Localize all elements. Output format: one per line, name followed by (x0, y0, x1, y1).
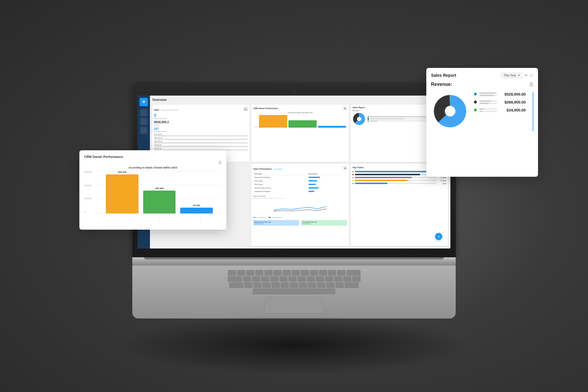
laptop-shadow (118, 316, 470, 374)
key[interactable] (299, 282, 307, 288)
sr-pie-chart (431, 92, 469, 131)
summary-card-2: Total Sales This Year Monthly Average (301, 220, 347, 226)
sidebar-icon-3[interactable] (140, 127, 147, 134)
key[interactable] (337, 270, 345, 275)
deal-stage-5: Appointment Scheduled (254, 190, 307, 193)
key[interactable] (273, 270, 282, 275)
key[interactable] (307, 276, 315, 281)
key[interactable] (335, 282, 344, 288)
sr-menu-icon[interactable]: ☰ (529, 82, 533, 87)
sales-report-float-panel: Sales Report This Year ▼ ✏ ✓ Revenue: ☰ (426, 68, 538, 177)
top5-count-4: 40 Sales (437, 180, 446, 181)
key[interactable] (283, 270, 291, 275)
sr-check-icon[interactable]: ✓ (530, 73, 533, 78)
key[interactable] (325, 276, 333, 281)
key[interactable] (244, 282, 253, 288)
bar-val-4: $34,000.00 (154, 144, 161, 146)
key[interactable] (352, 276, 360, 281)
bar-528-label: 528 000 (118, 171, 126, 174)
deal-stage-3: First Contact (254, 183, 307, 186)
legend-closed-count: Closed Deal Count (256, 217, 266, 218)
sales-perf-subtitle: All Customers (274, 168, 283, 170)
key-caps[interactable] (229, 282, 243, 288)
top5-title: Top 5 Sales (353, 166, 364, 169)
trackpad[interactable] (265, 297, 323, 313)
crm-float-menu-icon[interactable]: ☰ (218, 161, 222, 165)
key[interactable] (261, 276, 269, 281)
key-enter[interactable] (345, 282, 359, 288)
key-tab[interactable] (228, 276, 242, 281)
key[interactable] (292, 270, 300, 275)
key[interactable] (243, 276, 251, 281)
crm-chart-title: According to Deals Closed within 2023 (253, 112, 347, 114)
key[interactable] (228, 270, 236, 275)
key[interactable] (328, 270, 336, 275)
summary-sub-1: Monthly Average (254, 223, 298, 224)
summary-card-1: Sales Amount This Year Monthly Average (253, 220, 299, 226)
crm-float-chart: 600000 400000 200000 0 528 000 (84, 171, 222, 219)
legend-closed-amount: Closed Deal Amount (271, 217, 282, 218)
bar-528-rect (106, 174, 138, 213)
deal-row-4: Value Proposal to be sent (254, 186, 346, 189)
top5-item-3: 42 Sales (353, 177, 446, 179)
stats-title: Stats (154, 109, 159, 111)
sr-edit-icon[interactable]: ✏ (524, 73, 528, 78)
crm-expand-btn[interactable]: ⊞ (343, 106, 347, 111)
sales-perf-expand[interactable]: ⊞ (343, 166, 347, 170)
sr-dot-2 (474, 101, 477, 104)
key[interactable] (253, 282, 262, 288)
sr-val-3: $34,000.00 (499, 108, 526, 112)
key[interactable] (326, 282, 335, 288)
crm-bar-1 (259, 115, 287, 128)
deals-closed-label: Deals Closed Won (154, 118, 248, 119)
deal-row-2: First Contact (254, 179, 346, 182)
deal-stage-2: First Contact (254, 179, 307, 182)
sidebar-logo: M (140, 98, 148, 106)
key[interactable] (237, 270, 245, 275)
summary-cards: Sales Amount This Year Monthly Average T… (253, 220, 347, 226)
stats-filter-label: This month (244, 108, 248, 111)
key[interactable] (319, 270, 327, 275)
sales-perf-widget: Sales Performance All Customers ⊞ (251, 164, 349, 246)
crm-float-x-labels: • • • (84, 220, 222, 222)
crm-bar-3 (318, 126, 346, 127)
key[interactable] (288, 276, 297, 281)
key[interactable] (255, 270, 263, 275)
key-backspace[interactable] (346, 270, 360, 275)
key[interactable] (308, 282, 316, 288)
key[interactable] (317, 282, 325, 288)
sr-val-2: $268,000.00 (499, 100, 526, 104)
sidebar-icon-2[interactable] (140, 118, 147, 125)
key[interactable] (252, 276, 260, 281)
key[interactable] (279, 276, 288, 281)
key[interactable] (263, 282, 271, 288)
key[interactable] (290, 282, 298, 288)
key[interactable] (281, 282, 289, 288)
y-label-6: 600000 (84, 171, 96, 174)
sr-panel-title: Sales Report (431, 73, 456, 78)
sr-content: $528,000.00 $268,000.00 (431, 92, 533, 131)
key[interactable] (272, 282, 280, 288)
stats-filter-btn[interactable]: This month (244, 107, 248, 111)
key[interactable] (343, 276, 351, 281)
key[interactable] (270, 276, 278, 281)
key[interactable] (301, 270, 309, 275)
sidebar-icon-1[interactable] (140, 109, 147, 116)
deal-amount-header: Deal Amount (308, 173, 346, 175)
fab-add-button[interactable]: + (435, 233, 442, 240)
key[interactable] (246, 270, 254, 275)
key[interactable] (334, 276, 342, 281)
laptop-camera (293, 91, 295, 93)
key[interactable] (264, 270, 273, 275)
crm-y-labels: 600000 (254, 126, 258, 128)
key[interactable] (298, 276, 306, 281)
key[interactable] (316, 276, 324, 281)
laptop-base (132, 257, 456, 266)
key-space[interactable] (253, 288, 335, 294)
crm-mini-bars: 600000 (253, 114, 347, 128)
page-title: Overview (152, 98, 167, 101)
sr-filter-dropdown[interactable]: This Year ▼ (501, 73, 523, 78)
crm-float-panel: CRM Owner Performance ☰ According to Dea… (79, 150, 226, 230)
x-label-2: • (138, 220, 180, 222)
key[interactable] (310, 270, 318, 275)
